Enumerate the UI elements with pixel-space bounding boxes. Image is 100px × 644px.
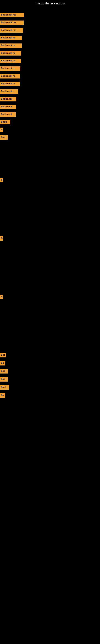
bottleneck-item: Bott: [0, 377, 8, 382]
bottleneck-item: Bottleneck res: [0, 13, 24, 17]
site-title: TheBottlenecker.com: [0, 0, 100, 7]
bottleneck-item: Bot: [0, 353, 6, 358]
bottleneck-item: Bottleneck res: [0, 28, 23, 32]
bottleneck-item: Bottl: [0, 385, 9, 390]
bottleneck-item: Bottleneck re: [0, 59, 21, 63]
bottleneck-item: Bott: [0, 369, 8, 374]
bottleneck-item: Bo: [0, 393, 5, 398]
bottleneck-item: Bottleneck re: [0, 44, 22, 48]
bottleneck-item: B: [0, 128, 3, 132]
bottleneck-item: Bottleneck r: [0, 89, 18, 94]
bottleneck-item: Bottleneck: [0, 97, 16, 102]
bottleneck-item: Bottle: [0, 120, 10, 124]
bottleneck-item: B: [0, 236, 3, 241]
bottleneck-item: Bottleneck: [0, 112, 16, 117]
bottleneck-item: B: [0, 178, 3, 182]
bottleneck-item: Bottleneck: [0, 105, 16, 109]
bottleneck-item: Bo: [0, 361, 5, 366]
bottleneck-item: Bottleneck re: [0, 74, 20, 78]
bottleneck-item: Bottleneck re: [0, 82, 20, 86]
bottleneck-item: Bottleneck res: [0, 20, 24, 25]
bottleneck-item: Bottleneck re: [0, 51, 21, 56]
bottleneck-item: Bottleneck re: [0, 36, 22, 40]
bottleneck-item: Bott: [0, 135, 8, 140]
bottleneck-item: B: [0, 295, 3, 299]
bottleneck-item: Bottleneck re: [0, 66, 20, 71]
